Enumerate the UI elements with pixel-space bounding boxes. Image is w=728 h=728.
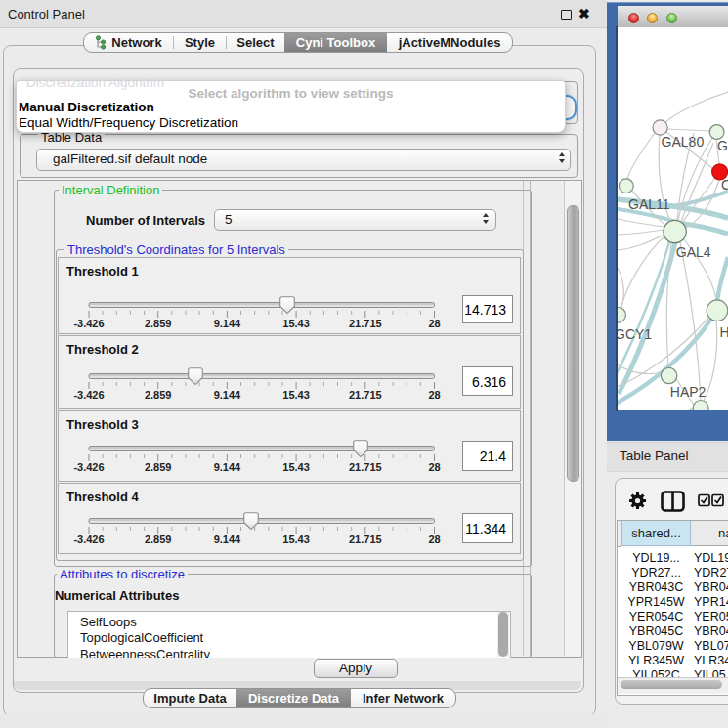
- svg-text:9.144: 9.144: [214, 389, 241, 401]
- svg-text:GAL4: GAL4: [676, 244, 711, 260]
- svg-text:9.144: 9.144: [214, 461, 241, 473]
- svg-text:G.: G.: [717, 138, 728, 153]
- svg-text:2.859: 2.859: [145, 318, 172, 329]
- svg-text:GAL11: GAL11: [628, 196, 670, 212]
- svg-text:28: 28: [428, 389, 440, 401]
- svg-text:-3.426: -3.426: [73, 461, 104, 473]
- svg-text:HAP2: HAP2: [670, 384, 707, 400]
- svg-text:-3.426: -3.426: [73, 318, 104, 329]
- svg-text:21.715: 21.715: [349, 461, 382, 473]
- svg-text:9.144: 9.144: [214, 534, 241, 545]
- svg-text:21.715: 21.715: [349, 389, 382, 401]
- svg-text:GAL80: GAL80: [662, 134, 705, 150]
- svg-text:9.144: 9.144: [214, 318, 241, 329]
- svg-text:15.43: 15.43: [282, 461, 310, 473]
- svg-text:GCY1: GCY1: [618, 326, 652, 342]
- svg-text:28: 28: [428, 461, 440, 473]
- svg-text:28: 28: [428, 318, 440, 329]
- svg-text:21.715: 21.715: [349, 534, 382, 545]
- svg-text:28: 28: [428, 534, 440, 545]
- svg-text:2.859: 2.859: [145, 461, 172, 473]
- svg-text:C: C: [721, 177, 728, 193]
- svg-text:2.859: 2.859: [145, 534, 172, 545]
- svg-text:H: H: [720, 324, 728, 340]
- svg-text:2.859: 2.859: [145, 389, 172, 401]
- svg-text:-3.426: -3.426: [73, 534, 104, 545]
- svg-text:-3.426: -3.426: [73, 389, 104, 401]
- svg-text:15.43: 15.43: [282, 318, 310, 329]
- svg-text:15.43: 15.43: [282, 389, 310, 401]
- svg-text:15.43: 15.43: [282, 534, 310, 545]
- svg-text:21.715: 21.715: [349, 318, 382, 329]
